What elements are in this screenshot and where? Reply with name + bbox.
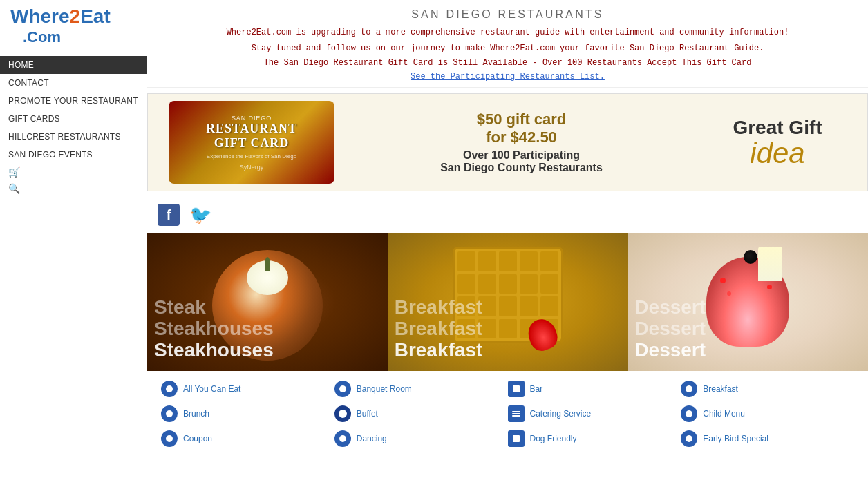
breakfast-label[interactable]: Breakfast [703,384,738,394]
svg-point-5 [339,435,346,442]
dessert-dot3 [767,285,772,289]
nav-link-cart[interactable]: 🛒 [0,164,147,180]
dancing-label[interactable]: Dancing [357,434,387,443]
gift-card-banner: San Diego RestaurantGift Card Experience… [147,93,868,191]
nav-item-contact[interactable]: CONTACT [0,74,147,92]
banquet-room-icon [334,381,351,397]
nav-link-giftcards[interactable]: GIFT CARDS [0,110,147,128]
nav-item-hillcrest[interactable]: HILLCREST RESTAURANTS [0,128,147,146]
svg-point-13 [686,435,692,442]
gift-card-image[interactable]: San Diego RestaurantGift Card Experience… [169,101,334,184]
svg-point-2 [166,435,173,442]
category-child-menu[interactable]: Child Menu [681,403,854,425]
nav-link-contact[interactable]: CONTACT [0,74,147,92]
sidebar: Where2Eat.Com HOME CONTACT PROMOTE YOUR … [0,0,147,457]
svg-point-11 [686,385,692,392]
banquet-room-label[interactable]: Banquet Room [357,384,412,394]
header-line3: The San Diego Restaurant Gift Card is St… [161,58,854,68]
banner-desc: Over 100 Participating San Diego County … [348,149,695,174]
gift-card-name: RestaurantGift Card [206,122,297,151]
participating-restaurants-link[interactable]: See the Participating Restaurants List. [411,72,605,82]
banner-great-text: Great Gift [722,117,833,139]
dessert-cream [758,247,782,281]
nav-link-hillcrest[interactable]: HILLCREST RESTAURANTS [0,128,147,146]
breakfast-section[interactable]: Breakfast Breakfast Breakfast [388,233,628,371]
nav-link-home[interactable]: HOME [0,56,147,74]
page-header: SAN DIEGO RESTAURANTS Where2Eat.com is u… [147,0,868,88]
nav-item-promote[interactable]: PROMOTE YOUR RESTAURANT [0,92,147,110]
steakhouse-label: Steak Steakhouses Steakhouses [154,297,381,361]
category-banquet-room[interactable]: Banquet Room [334,378,508,400]
dancing-icon [334,430,351,447]
category-dog-friendly[interactable]: Dog Friendly [508,428,681,450]
category-col-1: All You Can Eat Brunch Coupon [161,378,334,450]
category-coupon[interactable]: Coupon [161,428,334,450]
main-content: SAN DIEGO RESTAURANTS Where2Eat.com is u… [147,0,868,457]
steak-herb [265,257,270,271]
early-bird-label[interactable]: Early Bird Special [703,434,768,443]
nav-link-search[interactable]: 🔍 [0,180,147,197]
category-dancing[interactable]: Dancing [334,428,508,450]
site-logo[interactable]: Where2Eat.Com [10,7,136,46]
logo-com: .Com [10,28,61,46]
catering-label[interactable]: Catering Service [530,409,592,419]
logo-eat: Eat [80,6,111,27]
twitter-icon[interactable]: 🐦 [189,204,211,226]
category-brunch[interactable]: Brunch [161,403,334,425]
all-you-can-eat-icon [161,381,178,397]
brunch-icon [161,405,178,422]
logo-2: 2 [70,6,81,27]
gift-card-city: San Diego [206,115,297,122]
nav-link-promote[interactable]: PROMOTE YOUR RESTAURANT [0,92,147,110]
category-all-you-can-eat[interactable]: All You Can Eat [161,378,334,400]
svg-point-0 [166,385,173,392]
category-col-4: Breakfast Child Menu Early Bird Special [681,378,854,450]
svg-point-1 [166,410,173,417]
nav-item-cart[interactable]: 🛒 [0,164,147,180]
coupon-label[interactable]: Coupon [183,434,212,443]
svg-point-12 [686,410,692,417]
dog-friendly-label[interactable]: Dog Friendly [530,434,577,443]
nav-menu: HOME CONTACT PROMOTE YOUR RESTAURANT GIF… [0,56,147,197]
brunch-label[interactable]: Brunch [183,409,209,419]
category-early-bird[interactable]: Early Bird Special [681,428,854,450]
nav-item-home[interactable]: HOME [0,56,147,74]
svg-rect-6 [513,385,520,392]
facebook-icon[interactable]: f [158,204,180,226]
all-you-can-eat-label[interactable]: All You Can Eat [183,384,240,394]
steakhouse-section[interactable]: Steak Steakhouses Steakhouses [147,233,388,371]
svg-point-3 [339,385,346,392]
breakfast-icon [681,381,697,397]
page-title: SAN DIEGO RESTAURANTS [161,8,854,21]
category-buffet[interactable]: Buffet [334,403,508,425]
dessert-dot2 [727,291,731,296]
breakfast-label: Breakfast Breakfast Breakfast [395,297,621,361]
catering-icon [508,405,525,422]
dessert-label: Dessert Dessert Dessert [634,297,861,361]
child-menu-label[interactable]: Child Menu [703,409,745,419]
category-breakfast[interactable]: Breakfast [681,378,854,400]
svg-rect-7 [512,411,520,412]
category-col-2: Banquet Room Buffet Dancing [334,378,508,450]
buffet-icon [334,405,351,422]
nav-item-events[interactable]: SAN DIEGO EVENTS [0,146,147,164]
buffet-label[interactable]: Buffet [357,409,378,419]
bar-label[interactable]: Bar [530,384,543,394]
svg-rect-8 [512,413,520,414]
dessert-section[interactable]: Dessert Dessert Dessert [628,233,868,371]
svg-point-4 [339,410,347,418]
banner-middle: $50 gift card for $42.50 Over 100 Partic… [334,111,708,174]
header-line1: Where2Eat.com is upgrading to a more com… [161,26,854,39]
category-bar[interactable]: Bar [508,378,681,400]
nav-item-search[interactable]: 🔍 [0,180,147,197]
svg-rect-9 [512,415,520,417]
child-menu-icon [681,405,697,422]
category-catering[interactable]: Catering Service [508,403,681,425]
gift-card-content: San Diego RestaurantGift Card Experience… [200,109,303,176]
header-line2: Stay tuned and follow us on our journey … [161,42,854,55]
early-bird-icon [681,430,697,447]
category-col-3: Bar Catering Service Dog Friendly [508,378,681,450]
nav-link-events[interactable]: SAN DIEGO EVENTS [0,146,147,164]
nav-item-giftcards[interactable]: GIFT CARDS [0,110,147,128]
svg-rect-10 [513,435,520,442]
